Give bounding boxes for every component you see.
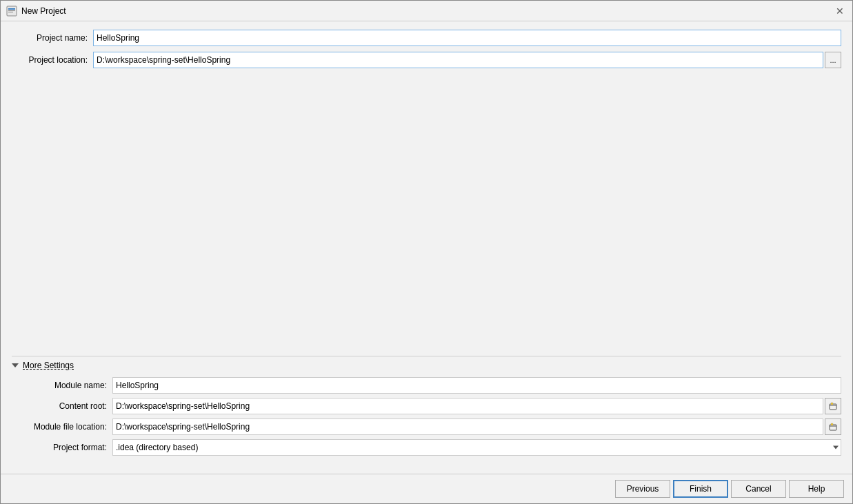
- module-name-input[interactable]: [112, 377, 841, 394]
- svg-rect-5: [831, 403, 833, 405]
- more-settings-section: More Settings Module name: Content root:: [12, 356, 841, 465]
- project-location-row: Project location: ...: [12, 52, 841, 68]
- project-format-select[interactable]: .idea (directory based) Eclipse (.classp…: [112, 439, 841, 456]
- project-location-input[interactable]: [93, 52, 823, 68]
- more-settings-label: More Settings: [23, 361, 74, 370]
- project-name-row: Project name:: [12, 30, 841, 46]
- finish-button[interactable]: Finish: [673, 480, 728, 498]
- svg-rect-1: [8, 8, 15, 10]
- module-name-row: Module name:: [12, 377, 841, 394]
- module-file-browse-button[interactable]: [825, 419, 841, 435]
- dialog-content: Project name: Project location: ... More…: [1, 21, 852, 474]
- module-file-location-row: Module file location:: [12, 419, 841, 435]
- dialog-title: New Project: [21, 6, 833, 16]
- content-root-label: Content root:: [17, 401, 107, 411]
- previous-button[interactable]: Previous: [615, 480, 670, 498]
- dialog-footer: Previous Finish Cancel Help: [1, 474, 852, 503]
- content-root-row: Content root:: [12, 398, 841, 414]
- module-file-location-label: Module file location:: [17, 422, 107, 432]
- new-project-dialog: New Project ✕ Project name: Project loca…: [0, 0, 853, 504]
- svg-rect-6: [830, 425, 836, 430]
- project-format-label: Project format:: [17, 443, 107, 452]
- content-spacer: [12, 74, 841, 350]
- svg-rect-3: [8, 12, 13, 12]
- close-button[interactable]: ✕: [833, 4, 847, 18]
- content-root-input[interactable]: [112, 398, 823, 414]
- more-settings-content: Module name: Content root:: [12, 374, 841, 465]
- svg-rect-7: [831, 423, 833, 425]
- project-format-wrapper: .idea (directory based) Eclipse (.classp…: [112, 439, 841, 456]
- project-format-row: Project format: .idea (directory based) …: [12, 439, 841, 456]
- module-file-location-input[interactable]: [112, 419, 823, 435]
- svg-rect-2: [8, 10, 15, 11]
- module-name-label: Module name:: [17, 381, 107, 390]
- more-settings-toggle[interactable]: More Settings: [12, 356, 841, 374]
- project-name-input[interactable]: [93, 30, 841, 46]
- project-location-label: Project location:: [12, 55, 88, 65]
- cancel-button[interactable]: Cancel: [731, 480, 786, 498]
- browse-button[interactable]: ...: [825, 52, 841, 68]
- help-button[interactable]: Help: [789, 480, 844, 498]
- dialog-icon: [6, 6, 17, 17]
- project-name-label: Project name:: [12, 33, 88, 43]
- content-root-browse-button[interactable]: [825, 398, 841, 414]
- toggle-triangle-icon: [12, 363, 19, 367]
- svg-rect-4: [830, 404, 836, 410]
- titlebar: New Project ✕: [1, 1, 852, 21]
